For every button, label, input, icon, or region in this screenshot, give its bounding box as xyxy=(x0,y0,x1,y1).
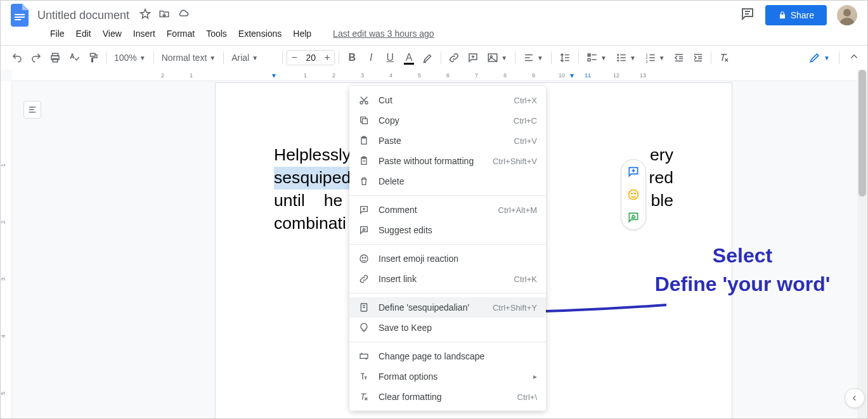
cut-icon xyxy=(358,95,370,105)
delete-icon xyxy=(358,176,370,186)
font-dropdown[interactable]: Arial▼ xyxy=(228,51,278,64)
checklist-dropdown[interactable]: ▼ xyxy=(583,51,611,65)
context-keep[interactable]: Save to Keep xyxy=(349,318,546,338)
clear-formatting-button[interactable] xyxy=(715,49,733,67)
zoom-dropdown[interactable]: 100%▼ xyxy=(110,51,150,64)
print-button[interactable] xyxy=(46,49,64,67)
vertical-scrollbar[interactable] xyxy=(857,70,867,418)
indent-increase-button[interactable] xyxy=(689,49,707,67)
comments-history-icon[interactable] xyxy=(740,6,755,24)
text-color-button[interactable]: A xyxy=(400,49,418,67)
context-menu: CutCtrl+X CopyCtrl+C PasteCtrl+V Paste w… xyxy=(349,86,546,411)
line-spacing-dropdown[interactable] xyxy=(555,51,574,65)
align-dropdown[interactable]: ▼ xyxy=(519,51,547,65)
explore-button[interactable] xyxy=(845,388,865,408)
context-suggest[interactable]: Suggest edits xyxy=(349,220,546,240)
editing-mode-dropdown[interactable]: ▼ xyxy=(803,49,835,67)
paste-plain-icon xyxy=(358,156,370,166)
menu-format[interactable]: Format xyxy=(162,26,200,41)
font-size-decrease[interactable]: − xyxy=(287,51,301,65)
svg-point-49 xyxy=(632,193,633,195)
svg-point-48 xyxy=(629,190,638,200)
suggest-edit-side-button[interactable] xyxy=(626,210,640,224)
svg-point-24 xyxy=(617,57,619,59)
submenu-arrow-icon: ▸ xyxy=(533,372,537,381)
indent-decrease-button[interactable] xyxy=(670,49,688,67)
move-icon[interactable] xyxy=(159,8,170,22)
bullet-list-dropdown[interactable]: ▼ xyxy=(612,51,640,65)
star-icon[interactable] xyxy=(139,8,151,22)
underline-button[interactable]: U xyxy=(381,49,399,67)
context-link[interactable]: Insert linkCtrl+K xyxy=(349,269,546,289)
svg-rect-2 xyxy=(15,19,21,20)
context-paste[interactable]: PasteCtrl+V xyxy=(349,131,546,151)
insert-image-dropdown[interactable]: ▼ xyxy=(483,51,511,65)
add-comment-side-button[interactable] xyxy=(626,165,640,179)
context-paste-plain[interactable]: Paste without formattingCtrl+Shift+V xyxy=(349,151,546,171)
context-define[interactable]: Define 'sesquipedalian'Ctrl+Shift+Y xyxy=(349,297,546,318)
context-cut[interactable]: CutCtrl+X xyxy=(349,90,546,110)
emoji-icon xyxy=(358,254,370,264)
context-clear-formatting[interactable]: Clear formattingCtrl+\ xyxy=(349,387,546,407)
outline-toggle-button[interactable] xyxy=(23,101,41,119)
insert-link-button[interactable] xyxy=(445,49,463,67)
menu-extensions[interactable]: Extensions xyxy=(233,26,287,41)
paragraph-style-dropdown[interactable]: Normal text▼ xyxy=(158,51,219,64)
context-emoji[interactable]: Insert emoji reaction xyxy=(349,248,546,269)
side-actions xyxy=(621,159,646,230)
document-title[interactable]: Untitled document xyxy=(37,9,129,22)
bold-button[interactable]: B xyxy=(343,49,361,67)
expand-toolbar-button[interactable] xyxy=(848,51,860,65)
toolbar: 100%▼ Normal text▼ Arial▼ − + B I U A ▼ … xyxy=(1,45,867,70)
landscape-icon xyxy=(358,351,370,361)
cloud-icon[interactable] xyxy=(178,8,189,22)
menu-help[interactable]: Help xyxy=(288,26,316,41)
selected-text: sesquiped xyxy=(274,167,351,190)
context-delete[interactable]: Delete xyxy=(349,171,546,191)
avatar[interactable] xyxy=(837,5,857,25)
svg-point-62 xyxy=(362,257,363,258)
font-size-input[interactable] xyxy=(301,53,320,63)
share-button[interactable]: Share xyxy=(765,5,827,25)
menu-bar: File Edit View Insert Format Tools Exten… xyxy=(1,25,867,45)
copy-icon xyxy=(358,115,370,126)
undo-button[interactable] xyxy=(8,49,26,67)
svg-point-61 xyxy=(360,255,368,262)
horizontal-ruler[interactable]: 2 1 ▾ 1 2 3 4 5 6 7 8 9 10 ▾ 11 12 13 xyxy=(12,70,867,81)
context-landscape[interactable]: Change page to landscape xyxy=(349,346,546,366)
share-label: Share xyxy=(791,10,814,20)
svg-point-5 xyxy=(843,9,851,16)
redo-button[interactable] xyxy=(27,49,45,67)
menu-tools[interactable]: Tools xyxy=(201,26,232,41)
menu-view[interactable]: View xyxy=(98,26,127,41)
numbered-list-dropdown[interactable]: 123▼ xyxy=(641,51,669,65)
add-emoji-side-button[interactable] xyxy=(626,188,640,202)
svg-text:3: 3 xyxy=(645,60,647,63)
comment-icon xyxy=(358,205,370,215)
scrollbar-thumb[interactable] xyxy=(858,70,866,197)
docs-logo[interactable] xyxy=(7,3,32,28)
keep-icon xyxy=(358,323,370,333)
suggest-icon xyxy=(358,225,370,235)
context-format-options[interactable]: Format options▸ xyxy=(349,366,546,387)
font-size-increase[interactable]: + xyxy=(320,51,334,65)
context-comment[interactable]: CommentCtrl+Alt+M xyxy=(349,200,546,220)
menu-edit[interactable]: Edit xyxy=(71,26,96,41)
link-icon xyxy=(358,274,370,284)
vertical-ruler[interactable]: 1 2 3 4 5 xyxy=(1,81,12,418)
svg-rect-21 xyxy=(588,59,590,61)
menu-insert[interactable]: Insert xyxy=(128,26,160,41)
menu-file[interactable]: File xyxy=(45,26,70,41)
font-size-stepper[interactable]: − + xyxy=(287,50,335,65)
paint-format-button[interactable] xyxy=(84,49,102,67)
clear-format-icon xyxy=(358,392,370,402)
italic-button[interactable]: I xyxy=(362,49,380,67)
last-edit-link[interactable]: Last edit was 3 hours ago xyxy=(328,26,439,41)
svg-rect-1 xyxy=(15,16,25,18)
svg-rect-28 xyxy=(620,60,625,61)
add-comment-button[interactable] xyxy=(464,49,482,67)
svg-rect-0 xyxy=(15,14,25,15)
spellcheck-button[interactable] xyxy=(65,49,83,67)
highlight-button[interactable] xyxy=(419,49,437,67)
context-copy[interactable]: CopyCtrl+C xyxy=(349,110,546,131)
